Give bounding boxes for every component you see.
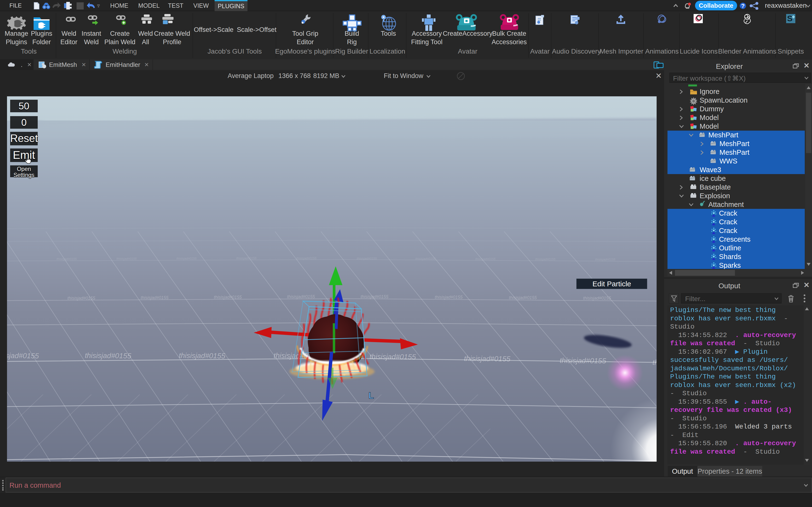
svg-text:thisisjad#0155: thisisjad#0155 xyxy=(85,351,131,360)
svg-text:thisisjad#0155: thisisjad#0155 xyxy=(509,295,537,300)
svg-text:thisisjad#0155: thisisjad#0155 xyxy=(583,296,611,300)
svg-text:thisisjad#0155: thisisjad#0155 xyxy=(435,295,463,300)
svg-text:thisisjad#0155: thisisjad#0155 xyxy=(296,257,317,260)
svg-text:thisisjad#0155: thisisjad#0155 xyxy=(176,257,197,260)
svg-text:thisisjad#0155: thisisjad#0155 xyxy=(7,351,39,360)
svg-text:thisisjad#0155: thisisjad#0155 xyxy=(464,354,510,363)
svg-text:L: L xyxy=(368,391,374,400)
svg-text:thisisjad#0155: thisisjad#0155 xyxy=(214,295,242,300)
svg-text:thisisjad#0155: thisisjad#0155 xyxy=(415,257,436,261)
svg-text:thisisjad#0155: thisisjad#0155 xyxy=(236,257,257,260)
svg-text:thisisjad#0155: thisisjad#0155 xyxy=(116,257,137,261)
svg-text:thisisjad#0155: thisisjad#0155 xyxy=(141,295,169,300)
svg-text:thisisjad#0155: thisisjad#0155 xyxy=(535,258,556,261)
svg-text:thisisjad#0155: thisisjad#0155 xyxy=(67,296,95,300)
svg-text:thisisjad#0155: thisisjad#0155 xyxy=(357,257,377,260)
svg-text:thisisjad#0155: thisisjad#0155 xyxy=(57,257,77,261)
svg-text:thisisjad#0155: thisisjad#0155 xyxy=(369,352,416,361)
svg-text:thisisjad#0155: thisisjad#0155 xyxy=(179,351,225,360)
svg-text:thisisjad#0155: thisisjad#0155 xyxy=(475,257,496,261)
svg-text:thisisjad#0155: thisisjad#0155 xyxy=(287,294,315,299)
svg-text:thisisjad#0155: thisisjad#0155 xyxy=(595,258,615,261)
svg-text:thisisjad#0155: thisisjad#0155 xyxy=(653,358,657,367)
svg-text:thisisjad#0155: thisisjad#0155 xyxy=(560,356,606,365)
svg-text:S: S xyxy=(787,14,793,23)
svg-text:thisisjad#0155: thisisjad#0155 xyxy=(361,294,389,299)
svg-text:?: ? xyxy=(741,3,745,9)
